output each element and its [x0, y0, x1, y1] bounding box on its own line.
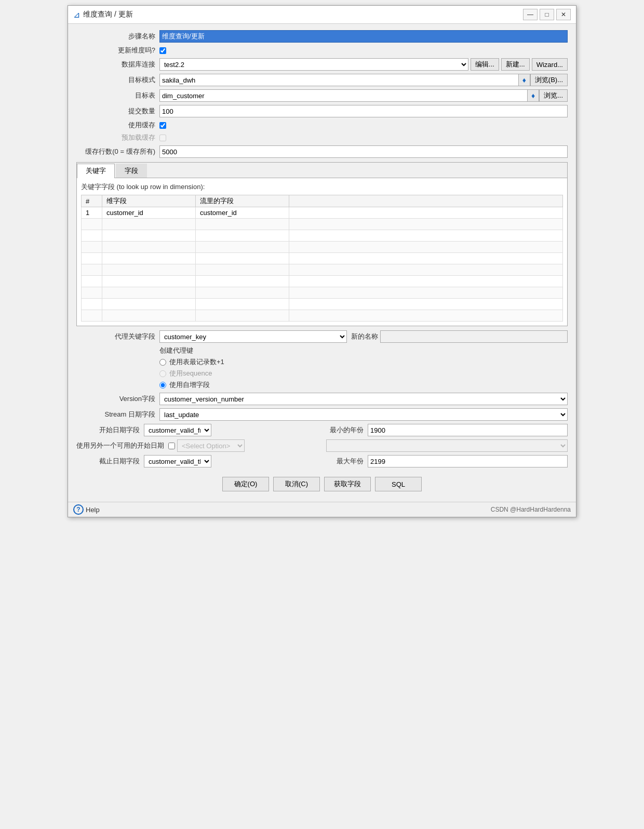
preload-cache-label: 预加载缓存 [76, 133, 159, 142]
maximize-button[interactable]: □ [540, 9, 554, 20]
empty-row-3 [82, 242, 563, 253]
db-connection-row: 数据库连接 test2.2 编辑... 新建... Wizard... [76, 58, 568, 71]
help-label: Help [86, 506, 100, 514]
tab-fields[interactable]: 字段 [116, 164, 147, 178]
radio-sequence[interactable] [159, 370, 166, 377]
footer-credit: CSDN @HardHardHardenna [491, 506, 571, 513]
radio-row-auto: 使用自增字段 [159, 380, 568, 390]
minimize-button[interactable]: — [523, 9, 538, 20]
table-row[interactable]: 1 customer_id customer_id [82, 207, 563, 219]
radio-row-max: 使用表最记录数+1 [159, 357, 568, 367]
target-table-label: 目标表 [76, 91, 159, 100]
surrogate-key-row: 代理关键字段 customer_key 新的名称 [76, 330, 568, 343]
browse-schema-button[interactable]: 浏览(B)... [530, 74, 568, 86]
schema-icon-btn[interactable]: ♦ [519, 74, 530, 86]
get-fields-button[interactable]: 获取字段 [324, 477, 371, 491]
end-date-label: 截止日期字段 [76, 457, 144, 466]
col-header-dim-field: 维字段 [102, 195, 196, 207]
edit-connection-button[interactable]: 编辑... [471, 58, 499, 71]
empty-row-6 [82, 276, 563, 287]
table-icon-btn[interactable]: ♦ [528, 89, 539, 102]
target-schema-controls: ♦ 浏览(B)... [159, 74, 568, 86]
row-stream-field: customer_id [196, 207, 289, 219]
alt-start-right-select[interactable] [326, 439, 568, 452]
create-key-section: 创建代理键 使用表最记录数+1 使用sequence 使用自增字段 [76, 346, 568, 390]
end-date-row: 截止日期字段 customer_valid_th 最大年份 [76, 455, 568, 467]
use-cache-label: 使用缓存 [76, 121, 159, 130]
min-year-input[interactable] [368, 424, 568, 436]
wizard-button[interactable]: Wizard... [532, 58, 568, 71]
tab-keys[interactable]: 关键字 [77, 164, 115, 178]
step-name-input[interactable] [159, 30, 568, 43]
browse-table-button[interactable]: 浏览... [539, 89, 568, 102]
alt-start-checkbox[interactable] [168, 443, 175, 449]
sql-button[interactable]: SQL [375, 477, 422, 491]
radio-group: 使用表最记录数+1 使用sequence 使用自增字段 [159, 357, 568, 390]
cancel-button[interactable]: 取消(C) [273, 477, 320, 491]
close-button[interactable]: ✕ [556, 9, 571, 20]
update-dim-label: 更新维度吗? [76, 46, 159, 55]
update-dim-row: 更新维度吗? [76, 46, 568, 55]
step-name-row: 步骤名称 [76, 30, 568, 43]
target-table-input[interactable] [159, 89, 528, 102]
db-connection-label: 数据库连接 [76, 60, 159, 69]
tabs-header: 关键字 字段 [77, 163, 567, 178]
version-field-select[interactable]: customer_version_number [159, 393, 568, 405]
empty-row-9 [82, 310, 563, 322]
new-name-label: 新的名称 [351, 332, 378, 341]
radio-row-sequence: 使用sequence [159, 369, 568, 378]
window-title: 维度查询 / 更新 [83, 10, 133, 19]
alt-start-select[interactable]: <Select Option> [177, 439, 245, 452]
commit-size-input[interactable] [159, 105, 568, 117]
app-icon: ⊿ [73, 10, 80, 20]
keys-table: # 维字段 流里的字段 1 customer_id customer_id [81, 195, 563, 322]
new-connection-button[interactable]: 新建... [501, 58, 530, 71]
col-header-rest [289, 195, 563, 207]
col-header-num: # [82, 195, 102, 207]
start-date-label: 开始日期字段 [76, 425, 144, 435]
start-date-select[interactable]: customer_valid_fro [144, 424, 211, 436]
start-date-row: 开始日期字段 customer_valid_fro 最小的年份 [76, 424, 568, 436]
use-cache-checkbox[interactable] [159, 122, 166, 129]
cache-rows-input[interactable] [159, 145, 568, 158]
empty-row-2 [82, 230, 563, 242]
alt-start-left: 使用另外一个可用的开始日期 <Select Option> [76, 439, 318, 452]
new-name-input[interactable] [380, 330, 568, 343]
version-field-label: Version字段 [76, 394, 159, 404]
radio-auto[interactable] [159, 382, 166, 389]
tab-keys-content: 关键字字段 (to look up row in dimension): # 维… [77, 178, 567, 326]
target-schema-row: 目标模式 ♦ 浏览(B)... [76, 74, 568, 86]
commit-size-row: 提交数量 [76, 105, 568, 117]
col-header-stream-field: 流里的字段 [196, 195, 289, 207]
db-connection-select[interactable]: test2.2 [159, 58, 468, 71]
surrogate-key-select[interactable]: customer_key [159, 330, 347, 343]
max-year-right: 最大年份 [326, 455, 568, 467]
surrogate-key-controls: customer_key 新的名称 [159, 330, 568, 343]
empty-row-4 [82, 253, 563, 264]
target-schema-label: 目标模式 [76, 75, 159, 85]
alt-start-right [326, 439, 568, 452]
row-num: 1 [82, 207, 102, 219]
title-controls: — □ ✕ [523, 9, 571, 20]
update-dim-checkbox[interactable] [159, 47, 166, 54]
target-schema-input[interactable] [159, 74, 519, 86]
main-content: 步骤名称 更新维度吗? 数据库连接 test2.2 编辑... 新建... Wi… [68, 24, 576, 502]
surrogate-key-label: 代理关键字段 [76, 332, 159, 341]
max-year-input[interactable] [368, 455, 568, 467]
preload-cache-checkbox[interactable] [159, 135, 166, 141]
ok-button[interactable]: 确定(O) [222, 477, 269, 491]
step-name-label: 步骤名称 [76, 32, 159, 41]
stream-date-label: Stream 日期字段 [76, 410, 159, 419]
radio-max-plus1[interactable] [159, 359, 166, 366]
target-table-row: 目标表 ♦ 浏览... [76, 89, 568, 102]
preload-cache-row: 预加载缓存 [76, 133, 568, 142]
empty-row-7 [82, 287, 563, 299]
commit-size-label: 提交数量 [76, 106, 159, 116]
title-bar: ⊿ 维度查询 / 更新 — □ ✕ [68, 6, 576, 24]
footer: ? Help CSDN @HardHardHardenna [68, 502, 576, 517]
end-date-select[interactable]: customer_valid_th [144, 455, 211, 467]
alt-start-label: 使用另外一个可用的开始日期 [76, 441, 168, 450]
help-button[interactable]: ? Help [73, 504, 100, 515]
stream-date-select[interactable]: last_update [159, 408, 568, 421]
use-cache-row: 使用缓存 [76, 121, 568, 130]
